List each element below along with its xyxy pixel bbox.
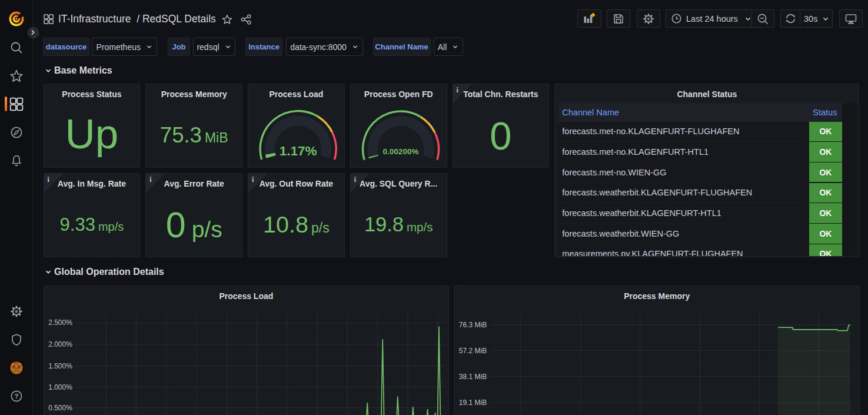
svg-text:1.17%: 1.17%	[280, 144, 317, 158]
svg-text:1.000%: 1.000%	[48, 383, 72, 391]
svg-text:38.1 MiB: 38.1 MiB	[459, 373, 487, 381]
svg-text:?: ?	[14, 393, 18, 400]
svg-text:0.00200%: 0.00200%	[383, 147, 418, 156]
svg-text:2.000%: 2.000%	[48, 340, 72, 348]
svg-text:2.500%: 2.500%	[48, 318, 72, 327]
svg-text:19.1 MiB: 19.1 MiB	[459, 399, 487, 407]
svg-text:76.3 MiB: 76.3 MiB	[459, 321, 487, 329]
svg-text:57.2 MiB: 57.2 MiB	[459, 347, 487, 355]
svg-text:0.500%: 0.500%	[48, 404, 72, 412]
svg-text:1.500%: 1.500%	[48, 362, 72, 370]
